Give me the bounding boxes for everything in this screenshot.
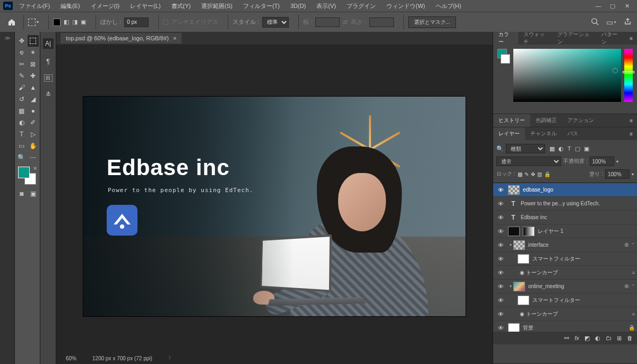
swap-colors-icon[interactable]: ⤮ bbox=[33, 166, 37, 171]
lock-position-icon[interactable]: ✥ bbox=[531, 171, 535, 177]
tab-layers[interactable]: レイヤー bbox=[493, 127, 525, 140]
menu-edit[interactable]: 編集(E) bbox=[56, 2, 84, 10]
glyphs-panel-icon[interactable]: 田 bbox=[44, 74, 53, 82]
layer-row[interactable]: 👁背景🔒 bbox=[493, 321, 637, 332]
visibility-toggle-icon[interactable]: 👁 bbox=[493, 283, 508, 290]
tab-adjustments[interactable]: 色調補正 bbox=[530, 114, 562, 127]
select-and-mask-button[interactable]: 選択とマスク... bbox=[408, 16, 456, 28]
layer-row[interactable]: 👁TPower to the pe...y using EdTech. bbox=[493, 197, 637, 211]
visibility-toggle-icon[interactable]: 👁 bbox=[493, 256, 508, 262]
selection-mode-subtract-icon[interactable]: ◨ bbox=[72, 19, 78, 25]
filter-pixel-icon[interactable]: ▩ bbox=[549, 145, 555, 152]
filter-settings-icon[interactable]: ≡ bbox=[632, 311, 635, 317]
filter-smart-icon[interactable]: ▣ bbox=[584, 145, 589, 152]
character-panel-icon[interactable]: A| bbox=[43, 38, 54, 49]
type-tool-icon[interactable]: T bbox=[16, 128, 28, 140]
fx-badge[interactable]: ⦿ ⌃ bbox=[624, 284, 635, 289]
layer-row[interactable]: 👁▾online_meeting⦿ ⌃ bbox=[493, 280, 637, 293]
lasso-tool-icon[interactable]: ໑ bbox=[16, 47, 28, 58]
fill-input[interactable] bbox=[605, 169, 630, 179]
selection-mode-new[interactable] bbox=[53, 19, 61, 26]
chevron-down-icon[interactable]: ▾ bbox=[508, 284, 513, 289]
layer-row[interactable]: 👁レイヤー 1 bbox=[493, 224, 637, 238]
foreground-color[interactable] bbox=[18, 167, 30, 178]
menu-select[interactable]: 選択範囲(S) bbox=[197, 2, 237, 10]
menu-help[interactable]: ヘルプ(H) bbox=[432, 2, 466, 10]
chevron-down-icon[interactable]: ▾ bbox=[508, 242, 513, 247]
fx-badge[interactable]: ⦿ ⌃ bbox=[624, 242, 635, 248]
color-swatches[interactable]: ⤮ bbox=[18, 167, 36, 185]
tab-paths[interactable]: パス bbox=[562, 127, 583, 140]
panel-menu-icon[interactable]: ≡ bbox=[625, 32, 637, 45]
tab-history[interactable]: ヒストリー bbox=[493, 114, 530, 127]
layer-fx-icon[interactable]: fx bbox=[574, 335, 579, 341]
share-icon[interactable] bbox=[624, 18, 632, 27]
move-tool-icon[interactable]: ✥ bbox=[16, 35, 28, 47]
adjustments-panel-icon[interactable]: ≛ bbox=[43, 89, 54, 100]
crop-tool-icon[interactable]: ✂ bbox=[16, 58, 28, 70]
layer-row[interactable]: 👁スマートフィルター bbox=[493, 252, 637, 266]
menu-image[interactable]: イメージ(I) bbox=[87, 2, 124, 10]
feather-input[interactable] bbox=[124, 18, 149, 27]
lock-paint-icon[interactable]: ✎ bbox=[524, 171, 529, 177]
marquee-tool-icon[interactable] bbox=[28, 35, 39, 47]
color-field[interactable] bbox=[513, 49, 621, 102]
visibility-toggle-icon[interactable]: 👁 bbox=[493, 325, 508, 331]
layer-row[interactable]: 👁◉トーンカーブ≡ bbox=[493, 307, 637, 321]
marquee-tool-icon[interactable]: ▾ bbox=[28, 19, 39, 26]
healing-brush-tool-icon[interactable]: ✚ bbox=[28, 70, 39, 82]
blend-mode-select[interactable]: 通常 bbox=[496, 157, 561, 166]
tab-channels[interactable]: チャンネル bbox=[525, 127, 562, 140]
selection-mode-add-icon[interactable]: ◧ bbox=[64, 19, 69, 25]
more-tools-icon[interactable]: ⋯ bbox=[28, 152, 39, 163]
menu-layer[interactable]: レイヤー(L) bbox=[126, 2, 165, 10]
clone-stamp-tool-icon[interactable]: ▲ bbox=[28, 82, 39, 93]
layer-row[interactable]: 👁◉トーンカーブ≡ bbox=[493, 266, 637, 280]
home-icon[interactable] bbox=[5, 16, 18, 29]
gradient-tool-icon[interactable]: ▦ bbox=[16, 105, 28, 117]
zoom-tool-icon[interactable]: 🔍 bbox=[16, 152, 28, 163]
workspace-switcher-icon[interactable]: ▭▾ bbox=[606, 18, 616, 27]
history-brush-tool-icon[interactable]: ↺ bbox=[16, 93, 28, 105]
layer-filter-select[interactable]: 種類 bbox=[506, 144, 545, 153]
tab-gradients[interactable]: グラデーション bbox=[552, 32, 596, 45]
filter-adjust-icon[interactable]: ◐ bbox=[558, 145, 564, 152]
pen-tool-icon[interactable]: ✐ bbox=[28, 117, 39, 128]
search-icon[interactable] bbox=[591, 18, 599, 27]
hand-tool-icon[interactable]: ✋ bbox=[28, 140, 39, 152]
brush-tool-icon[interactable]: 🖌 bbox=[16, 82, 28, 93]
rectangle-tool-icon[interactable]: ▭ bbox=[16, 140, 28, 152]
layer-mask-icon[interactable]: ◩ bbox=[584, 335, 590, 342]
tab-swatches[interactable]: スウォッチ bbox=[518, 32, 553, 45]
lock-all-icon[interactable]: 🔒 bbox=[544, 171, 550, 177]
panel-menu-icon[interactable]: ≡ bbox=[625, 127, 637, 140]
menu-view[interactable]: 表示(V) bbox=[312, 2, 340, 10]
menu-type[interactable]: 書式(Y) bbox=[167, 2, 195, 10]
filter-shape-icon[interactable]: ▢ bbox=[575, 145, 580, 152]
visibility-toggle-icon[interactable]: 👁 bbox=[493, 242, 508, 248]
eraser-tool-icon[interactable]: ◢ bbox=[28, 93, 39, 105]
filter-settings-icon[interactable]: ≡ bbox=[632, 270, 635, 275]
lock-artboard-icon[interactable]: ▥ bbox=[537, 171, 542, 177]
new-layer-icon[interactable]: ⊞ bbox=[617, 335, 622, 342]
status-zoom[interactable]: 60% bbox=[66, 356, 76, 361]
visibility-toggle-icon[interactable]: 👁 bbox=[493, 214, 508, 221]
layer-row[interactable]: 👁TEdbase inc bbox=[493, 211, 637, 224]
visibility-toggle-icon[interactable]: 👁 bbox=[493, 201, 508, 207]
window-maximize[interactable]: ▢ bbox=[606, 1, 619, 11]
status-dimensions[interactable]: 1200 px x 700 px (72 ppi) bbox=[92, 356, 152, 361]
opacity-input[interactable] bbox=[590, 157, 614, 166]
layer-row[interactable]: 👁▾interface⦿ ⌃ bbox=[493, 238, 637, 252]
path-selection-tool-icon[interactable]: ▷ bbox=[28, 128, 39, 140]
visibility-toggle-icon[interactable]: 👁 bbox=[493, 297, 508, 304]
document-tab[interactable]: top.psd @ 60% (edbase_logo, RGB/8#) × bbox=[61, 33, 182, 44]
menu-filter[interactable]: フィルター(T) bbox=[239, 2, 284, 10]
selection-mode-intersect-icon[interactable]: ▣ bbox=[81, 19, 86, 25]
frame-tool-icon[interactable]: ⊠ bbox=[28, 58, 39, 70]
menu-3d[interactable]: 3D(D) bbox=[286, 3, 310, 9]
layer-row[interactable]: 👁edbase_logo bbox=[493, 183, 637, 197]
hue-slider[interactable] bbox=[624, 49, 633, 102]
delete-layer-icon[interactable]: 🗑 bbox=[627, 335, 633, 341]
quick-mask-icon[interactable]: ◙ bbox=[16, 188, 28, 200]
panel-menu-icon[interactable]: ≡ bbox=[625, 114, 637, 127]
